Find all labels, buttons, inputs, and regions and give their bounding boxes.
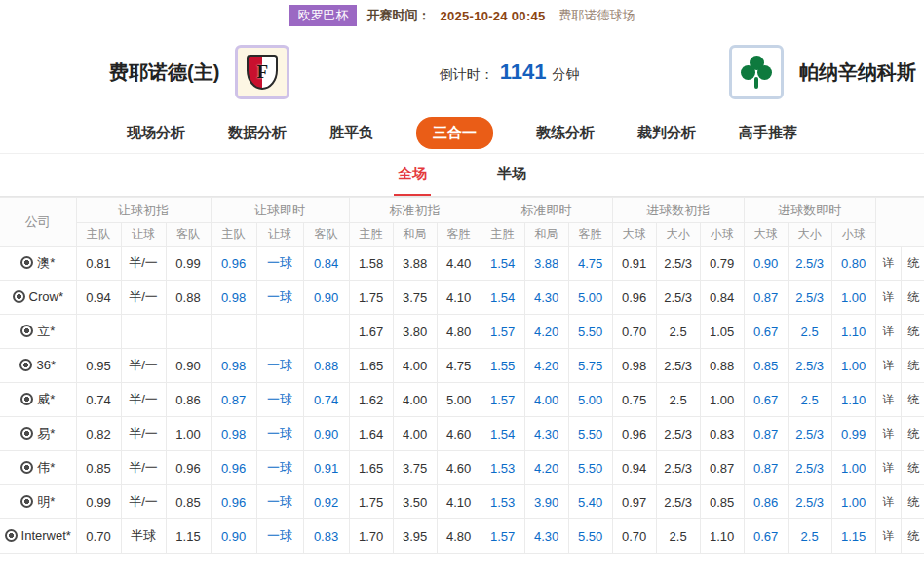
company-cell[interactable]: 伟* xyxy=(0,451,76,485)
odds-cell: 半/一 xyxy=(121,349,166,383)
stats-link[interactable]: 统 xyxy=(901,451,924,485)
odds-cell: 2.5/3 xyxy=(788,281,831,315)
odds-cell: 5.00 xyxy=(568,383,612,417)
odds-cell: 2.5/3 xyxy=(656,417,700,451)
odds-cell: 2.5 xyxy=(788,315,831,349)
odds-cell: 1.10 xyxy=(831,315,875,349)
stats-link[interactable]: 统 xyxy=(901,383,924,417)
odds-cell: 0.91 xyxy=(303,451,349,485)
odds-cell: 0.90 xyxy=(211,519,256,554)
venue-name: 费耶诺德球场 xyxy=(559,7,635,24)
odds-cell: 3.90 xyxy=(524,485,568,519)
odds-cell: 3.75 xyxy=(393,281,437,315)
odds-cell: 2.5/3 xyxy=(656,247,700,281)
company-cell[interactable]: Interwet* xyxy=(0,519,76,554)
stats-link[interactable]: 统 xyxy=(901,247,924,281)
company-cell[interactable]: 澳* xyxy=(0,247,76,281)
company-name: 36* xyxy=(36,358,56,372)
odds-cell: 0.87 xyxy=(744,417,788,451)
odds-cell: 3.95 xyxy=(393,519,437,554)
odds-cell: 5.50 xyxy=(568,519,612,554)
odds-cell: 4.30 xyxy=(524,281,568,315)
detail-link[interactable]: 详 xyxy=(875,519,901,554)
table-row: 36* 0.95半/一0.900.98一球0.881.654.004.751.5… xyxy=(0,349,924,383)
odds-cell: 1.15 xyxy=(831,519,875,554)
odds-cell: 0.80 xyxy=(831,247,875,281)
stats-link[interactable]: 统 xyxy=(901,485,924,519)
odds-cell: 1.55 xyxy=(481,349,524,383)
nav-item-three-in-one[interactable]: 三合一 xyxy=(416,117,493,149)
sub-header: 大球 xyxy=(612,223,656,247)
nav-item-referee-analysis[interactable]: 裁判分析 xyxy=(637,124,696,142)
company-logo-icon xyxy=(20,393,33,405)
odds-cell: 0.94 xyxy=(612,451,656,485)
sub-header: 让球 xyxy=(256,223,303,247)
odds-cell: 0.92 xyxy=(303,485,349,519)
company-logo-icon xyxy=(13,290,25,303)
company-cell[interactable]: 威* xyxy=(0,383,76,417)
odds-cell: 1.64 xyxy=(349,417,393,451)
detail-link[interactable]: 详 xyxy=(875,417,901,451)
home-team-logo-icon: F xyxy=(235,45,289,99)
detail-link[interactable]: 详 xyxy=(875,451,901,485)
odds-cell: 3.75 xyxy=(393,451,437,485)
company-cell[interactable]: 易* xyxy=(0,417,76,451)
odds-cell: 4.20 xyxy=(524,451,568,485)
detail-link[interactable]: 详 xyxy=(875,383,901,417)
odds-cell: 0.83 xyxy=(700,417,744,451)
odds-cell: 1.05 xyxy=(700,315,744,349)
shield-icon: F xyxy=(247,55,278,90)
odds-cell: 0.90 xyxy=(166,349,211,383)
odds-cell: 3.80 xyxy=(393,315,437,349)
odds-cell: 5.75 xyxy=(568,349,612,383)
odds-cell: 1.53 xyxy=(481,485,524,519)
odds-cell: 4.00 xyxy=(393,417,437,451)
stats-link[interactable]: 统 xyxy=(901,349,924,383)
odds-cell xyxy=(303,315,349,349)
company-cell[interactable]: Crow* xyxy=(0,281,76,315)
table-row: Crow* 0.94半/一0.880.98一球0.901.753.754.101… xyxy=(0,281,924,315)
odds-cell: 1.57 xyxy=(481,383,524,417)
sub-header: 大球 xyxy=(744,223,788,247)
odds-cell: 1.62 xyxy=(349,383,393,417)
nav-item-expert-picks[interactable]: 高手推荐 xyxy=(739,124,797,142)
stats-link[interactable]: 统 xyxy=(901,519,924,554)
odds-cell: 0.96 xyxy=(211,451,256,485)
nav-item-1x2[interactable]: 胜平负 xyxy=(329,124,373,142)
odds-cell: 0.90 xyxy=(303,417,349,451)
stats-link[interactable]: 统 xyxy=(901,315,924,349)
odds-cell xyxy=(121,315,166,349)
stats-link[interactable]: 统 xyxy=(901,281,924,315)
odds-cell: 半/一 xyxy=(121,485,166,519)
sub-header: 和局 xyxy=(393,223,437,247)
odds-cell: 0.96 xyxy=(166,451,211,485)
detail-link[interactable]: 详 xyxy=(875,247,901,281)
odds-cell: 0.86 xyxy=(744,485,788,519)
odds-cell: 5.50 xyxy=(568,451,612,485)
nav-item-coach-analysis[interactable]: 教练分析 xyxy=(536,124,595,142)
detail-link[interactable]: 详 xyxy=(875,315,901,349)
odds-cell: 3.50 xyxy=(393,485,437,519)
detail-link[interactable]: 详 xyxy=(875,281,901,315)
kickoff-label: 开赛时间： xyxy=(366,7,430,24)
company-cell[interactable]: 36* xyxy=(0,349,76,383)
company-cell[interactable]: 明* xyxy=(0,485,76,519)
odds-cell: 0.83 xyxy=(303,519,349,554)
nav-item-data-analysis[interactable]: 数据分析 xyxy=(228,124,287,142)
stats-link[interactable]: 统 xyxy=(901,417,924,451)
company-name: 立* xyxy=(37,323,55,340)
col-group-handicap-live: 让球即时 xyxy=(211,198,349,223)
period-tabs: 全场 半场 xyxy=(0,154,924,197)
tab-full-time[interactable]: 全场 xyxy=(394,165,431,196)
company-cell[interactable]: 立* xyxy=(0,315,76,349)
odds-cell: 3.88 xyxy=(393,247,437,281)
odds-table: 公司 让球初指 让球即时 标准初指 标准即时 进球数初指 进球数即时 主队 让球… xyxy=(0,197,924,554)
odds-cell: 5.40 xyxy=(568,485,612,519)
detail-link[interactable]: 详 xyxy=(875,349,901,383)
tab-half-time[interactable]: 半场 xyxy=(493,165,530,196)
odds-cell: 2.5/3 xyxy=(656,451,700,485)
odds-cell: 0.67 xyxy=(744,383,788,417)
home-team: 费耶诺德(主) F xyxy=(109,45,289,99)
detail-link[interactable]: 详 xyxy=(875,485,901,519)
nav-item-live-analysis[interactable]: 现场分析 xyxy=(127,124,185,142)
